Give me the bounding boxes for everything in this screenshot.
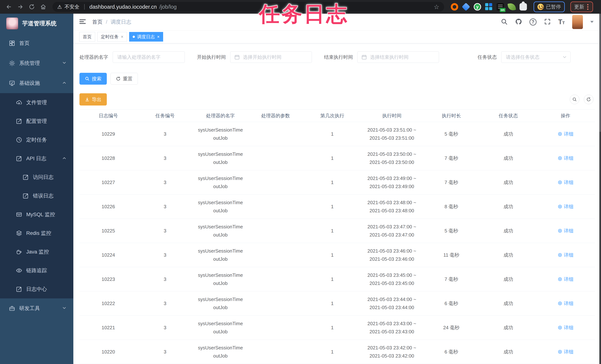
sidebar-item-log-center[interactable]: 日志中心	[0, 280, 73, 298]
sidebar-item-home[interactable]: 首页	[0, 33, 73, 53]
status-text: 成功	[503, 252, 513, 258]
search-button[interactable]: 搜索	[80, 73, 107, 85]
duration: 7 毫秒	[444, 276, 458, 283]
sidebar-item-java-monitor[interactable]: Java 监控	[0, 243, 73, 261]
github-icon[interactable]	[515, 18, 522, 26]
status-text: 成功	[503, 155, 513, 162]
detail-link[interactable]: 详细	[558, 203, 573, 210]
user-menu-caret-icon[interactable]	[590, 21, 594, 23]
detail-link[interactable]: 详细	[558, 324, 573, 331]
browser-menu-kebab-icon[interactable]	[586, 4, 589, 10]
tag-close-icon[interactable]: ×	[121, 34, 123, 39]
back-button[interactable]	[4, 2, 14, 12]
detail-link[interactable]: 详细	[558, 179, 573, 186]
sidebar-item-config-management[interactable]: 配置管理	[0, 112, 73, 131]
tag-job-log-active[interactable]: 调度日志 ×	[129, 32, 163, 41]
tag-close-icon[interactable]: ×	[157, 34, 160, 39]
bookmark-star-icon[interactable]: ☆	[434, 3, 439, 10]
handler-name: sysUserSessionTimeoutJob	[197, 319, 243, 336]
handler-name-input[interactable]	[113, 51, 185, 63]
tag-home[interactable]: 首页	[79, 32, 95, 41]
status-select[interactable]	[501, 51, 571, 63]
detail-link[interactable]: 详细	[558, 228, 573, 234]
window-scrollbar[interactable]	[599, 14, 601, 364]
job-id: 3	[164, 155, 166, 161]
update-button[interactable]: 更新	[570, 1, 593, 12]
tag-scheduled-jobs[interactable]: 定时任务 ×	[97, 32, 127, 41]
font-size-icon[interactable]: TT	[558, 18, 565, 26]
handler-name: sysUserSessionTimeoutJob	[197, 344, 243, 360]
breadcrumb-home[interactable]: 首页	[92, 19, 102, 26]
scrollbar-thumb[interactable]	[600, 14, 601, 132]
handler-name: sysUserSessionTimeoutJob	[197, 223, 243, 239]
exec-time-start: 2021-05-03 23:43:00 ~	[368, 319, 416, 328]
job-id: 3	[164, 301, 166, 306]
sidebar-item-mysql-monitor[interactable]: MySQL 监控	[0, 205, 73, 224]
edit-icon	[16, 118, 22, 124]
refresh-button[interactable]	[584, 95, 593, 104]
chevron-down-icon	[562, 54, 567, 60]
address-bar[interactable]: ⚠ 不安全 dashboard.yudao.iocoder.cn /job/lo…	[52, 2, 444, 12]
extension-leaf-icon[interactable]	[508, 3, 516, 11]
handler-name: sysUserSessionTimeoutJob	[197, 247, 243, 263]
paused-chip[interactable]: 已暂停	[534, 1, 565, 12]
table-row: 10223 3 sysUserSessionTimeoutJob 1 2021-…	[80, 267, 595, 291]
sidebar-item-label: 配置管理	[26, 118, 47, 125]
extension-squares-icon[interactable]	[485, 3, 492, 10]
sidebar-item-scheduled-jobs[interactable]: 定时任务	[0, 131, 73, 149]
column-header: 执行时间	[361, 110, 422, 122]
tag-label: 定时任务	[101, 34, 119, 40]
extension-list-icon[interactable]: on	[497, 3, 504, 10]
log-id: 10229	[102, 131, 115, 137]
job-id: 3	[164, 204, 166, 210]
sidebar-item-trace[interactable]: 链路追踪	[0, 261, 73, 280]
status-text: 成功	[503, 228, 513, 234]
detail-link[interactable]: 详细	[558, 349, 573, 355]
avatar[interactable]	[572, 15, 583, 29]
column-header: 处理器的参数	[248, 110, 303, 122]
main-area: 首页 / 调度日志 ? TT	[73, 14, 601, 364]
reset-button[interactable]: 重置	[110, 73, 138, 85]
sidebar-item-error-log[interactable]: 错误日志	[0, 186, 73, 205]
sidebar-item-file-management[interactable]: 文件管理	[0, 93, 73, 112]
extension-gem-icon[interactable]	[462, 3, 470, 11]
search-icon[interactable]	[501, 18, 508, 26]
status-text: 成功	[503, 131, 513, 137]
detail-link-label: 详细	[564, 300, 573, 307]
forward-button[interactable]	[16, 2, 25, 12]
app-logo-row[interactable]: 芋道管理系统	[0, 14, 73, 33]
chevron-up-icon	[62, 80, 67, 86]
url-path-text: /job/log	[160, 4, 177, 10]
filter-begin-time: 开始执行时间	[197, 51, 312, 63]
extension-donut-icon[interactable]	[451, 3, 458, 10]
execute-index: 1	[331, 325, 333, 331]
detail-link[interactable]: 详细	[558, 131, 573, 137]
page: ⚠ 不安全 dashboard.yudao.iocoder.cn /job/lo…	[0, 0, 601, 364]
sidebar-item-access-log[interactable]: 访问日志	[0, 168, 73, 186]
hamburger-icon[interactable]	[79, 18, 86, 26]
exec-time-end: 2021-05-03 23:43:00	[368, 328, 416, 336]
detail-link[interactable]: 详细	[558, 252, 573, 258]
detail-link[interactable]: 详细	[558, 276, 573, 283]
exec-time-start: 2021-05-03 23:46:00 ~	[368, 247, 416, 255]
detail-link[interactable]: 详细	[558, 155, 573, 162]
begin-time-input[interactable]	[230, 51, 312, 63]
sidebar-item-infrastructure[interactable]: 基础设施	[0, 73, 73, 93]
execute-index: 1	[331, 301, 333, 306]
extensions-puzzle-icon[interactable]	[520, 3, 527, 10]
end-time-input[interactable]	[357, 51, 439, 63]
sidebar-item-dev-tools[interactable]: 研发工具	[0, 298, 73, 318]
sidebar-item-api-log[interactable]: API 日志	[0, 149, 73, 168]
fullscreen-icon[interactable]	[544, 18, 551, 26]
home-button[interactable]	[39, 2, 48, 12]
database-window-icon	[16, 211, 22, 218]
extension-y-icon[interactable]: y	[474, 3, 481, 10]
export-button[interactable]: 导出	[80, 93, 107, 105]
sidebar-item-label: API 日志	[26, 155, 46, 162]
reload-button[interactable]	[27, 2, 37, 12]
toggle-search-button[interactable]	[570, 95, 579, 104]
detail-link[interactable]: 详细	[558, 300, 573, 307]
help-icon[interactable]: ?	[530, 19, 537, 26]
sidebar-item-system-management[interactable]: 系统管理	[0, 53, 73, 73]
sidebar-item-redis-monitor[interactable]: Redis 监控	[0, 224, 73, 243]
